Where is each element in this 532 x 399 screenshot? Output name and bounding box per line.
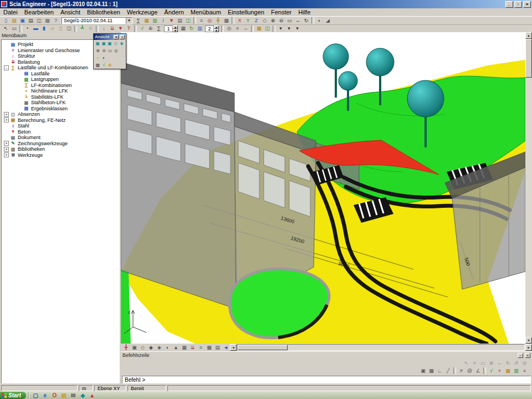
scale-spinner-2[interactable]: 2 ▲▼ <box>205 25 219 32</box>
project-settings-icon[interactable]: ▩ <box>43 17 52 24</box>
coord-rel-icon[interactable]: @ <box>466 367 474 375</box>
table-input-icon[interactable]: ▦ <box>504 367 512 375</box>
tracking-icon[interactable]: ╱ <box>444 367 452 375</box>
view-side-icon[interactable]: ▣ <box>107 40 113 47</box>
zoom-decrease-icon[interactable]: ⊖ <box>101 48 107 54</box>
opening-icon[interactable]: ◫ <box>65 25 73 32</box>
befehlszeile-header[interactable]: Befehlszeile ▫ × <box>121 352 532 359</box>
ucs-icon[interactable]: ╋ <box>214 17 222 24</box>
cmd-pan-icon[interactable]: ↔ <box>495 360 504 367</box>
hidden-lines-icon[interactable]: ◈ <box>155 344 163 351</box>
dimension-icon[interactable]: ↔ <box>242 25 250 32</box>
tree-expander-icon[interactable]: + <box>4 152 9 157</box>
panel-close-icon[interactable]: × <box>525 353 530 358</box>
hscrollbar-track[interactable] <box>237 344 525 351</box>
tree-item-absenzen[interactable]: + ◫ Absenzen <box>2 111 119 117</box>
numbering-icon[interactable]: ≡ <box>233 25 242 32</box>
select-rect-icon[interactable]: ▭ <box>10 25 18 32</box>
menu-item[interactable]: Menübaum <box>187 9 224 16</box>
cmd-redraw-icon[interactable]: ◎ <box>520 360 529 367</box>
menu-item[interactable]: Datei <box>0 9 21 16</box>
separator[interactable] <box>453 367 456 374</box>
zoom-in-icon[interactable]: ⊕ <box>269 17 277 24</box>
cancel-icon[interactable]: × <box>495 367 504 375</box>
view-x-icon[interactable]: X <box>236 17 244 24</box>
print-data-icon[interactable]: ▤ <box>213 344 222 351</box>
view-y-icon[interactable]: Y <box>244 17 252 24</box>
tree-item-bibliotheken[interactable]: + ▥ Bibliotheken <box>2 146 119 152</box>
zoom-selection-icon[interactable]: ◎ <box>113 48 119 54</box>
view-axo-icon[interactable]: ◇ <box>112 40 119 47</box>
print-preview-icon[interactable]: ◫ <box>35 17 43 24</box>
mesh-setup-icon[interactable]: ▦ <box>179 25 187 32</box>
minimize-button[interactable]: _ <box>505 1 513 8</box>
check-structure-icon[interactable]: √ <box>138 25 146 32</box>
tree-item-berechnung[interactable]: + ▦ Berechnung, FE-Netz <box>2 117 119 124</box>
snap-settings-icon[interactable]: ▣ <box>419 367 427 375</box>
tree-item-stabilitaets-lfk[interactable]: λ Stabilitäts-LFK <box>2 94 119 100</box>
picture-icon[interactable]: ◫ <box>263 25 272 32</box>
view-check-icon[interactable]: √ <box>101 62 107 68</box>
ansicht-palette[interactable]: Ansicht ▾ × ▣▣▣◇◈ ⊕⊖▭◎ ○◐ ▩√B <box>93 33 126 69</box>
connect-members-icon[interactable]: ⊕ <box>146 25 155 32</box>
separator[interactable] <box>221 25 224 32</box>
background-icon[interactable]: B <box>107 62 113 68</box>
menu-item[interactable]: Werkzeuge <box>124 9 161 16</box>
separator[interactable] <box>251 25 254 32</box>
activity-icon[interactable]: ◎ <box>206 17 214 24</box>
viewport-vscrollbar[interactable]: ▲ ▼ <box>525 32 532 344</box>
scia-esa-icon[interactable]: ◆ <box>79 392 87 399</box>
scroll-left-icon[interactable]: ◄ <box>230 344 237 351</box>
separator[interactable] <box>19 25 22 32</box>
menu-item[interactable]: Ansicht <box>57 9 84 16</box>
wall-icon[interactable]: ▯ <box>57 25 65 32</box>
scroll-down-icon[interactable]: ▼ <box>525 337 532 344</box>
menu-item[interactable]: Hilfe <box>295 9 314 16</box>
tree-expander-icon[interactable]: - <box>4 65 9 70</box>
layers-icon[interactable]: ≡ <box>197 17 206 24</box>
view-perspective-icon[interactable]: ◈ <box>119 40 125 47</box>
calculation-icon[interactable]: ∑ <box>134 17 142 24</box>
zoom-window-icon[interactable]: ▭ <box>285 17 294 24</box>
render-mode-icon[interactable]: ◐ <box>315 17 324 24</box>
label-display-icon[interactable]: ≡ <box>197 344 205 351</box>
menu-item[interactable]: Einstellungen <box>224 9 268 16</box>
palette-menu-icon[interactable]: ▾ <box>114 35 119 39</box>
render-settings-icon[interactable]: ▩ <box>95 62 101 68</box>
help-icon[interactable]: ? <box>52 17 60 24</box>
separator[interactable] <box>311 17 314 24</box>
spinner-value[interactable]: 2 <box>205 25 214 32</box>
tree-item-lastgruppen[interactable]: ▥ Lastgruppen <box>2 76 119 83</box>
options-menu-icon[interactable]: ▾ <box>293 25 301 32</box>
wireframe-mode-icon[interactable]: ◇ <box>139 344 147 351</box>
load-display-icon[interactable]: ⇊ <box>188 344 197 351</box>
view-z-icon[interactable]: Z <box>252 17 260 24</box>
mesh-view-icon[interactable]: ▥ <box>512 367 520 375</box>
snap-mode-icon[interactable]: ▣ <box>130 344 139 351</box>
cmd-select-icon[interactable]: ↖ <box>462 360 470 367</box>
view-front-icon[interactable]: ▣ <box>101 40 107 47</box>
results-icon[interactable]: ▥ <box>151 17 159 24</box>
tree-item-nichtlineare-lfk[interactable]: ≈ Nichtlineare LFK <box>2 88 119 94</box>
fe-mesh-icon[interactable]: ▦ <box>142 17 151 24</box>
panel-pin-icon[interactable]: ▫ <box>518 353 523 358</box>
beam-icon[interactable]: ▬ <box>32 25 40 32</box>
view-menu-icon[interactable]: ▾ <box>277 25 285 32</box>
command-input[interactable]: Befehl > <box>122 376 531 383</box>
coord-info-icon[interactable]: ╋ <box>122 344 130 351</box>
show-desktop-icon[interactable]: ▢ <box>32 392 40 399</box>
browser-icon[interactable]: O <box>50 392 59 399</box>
tree-item-lf-kombinationen[interactable]: ∑ LF-Kombinationen <box>2 83 119 89</box>
open-project-icon[interactable]: ▨ <box>10 17 18 24</box>
refresh-icon[interactable]: ↻ <box>187 25 196 32</box>
point-load-icon[interactable]: ↓ <box>100 25 108 32</box>
render-view-icon[interactable]: ◐ <box>163 344 172 351</box>
ansicht-titlebar[interactable]: Ansicht ▾ × <box>94 34 126 40</box>
separator[interactable] <box>483 367 486 374</box>
vscrollbar-thumb[interactable] <box>525 39 532 78</box>
tree-item-zeichnungswerkzeuge[interactable]: + ✎ Zeichnungswerkzeuge <box>2 141 119 147</box>
zoom-window2-icon[interactable]: ▭ <box>107 48 113 54</box>
menu-item[interactable]: Fenster <box>268 9 295 16</box>
node-icon[interactable]: • <box>23 25 32 32</box>
status-unit[interactable]: m <box>79 385 93 391</box>
